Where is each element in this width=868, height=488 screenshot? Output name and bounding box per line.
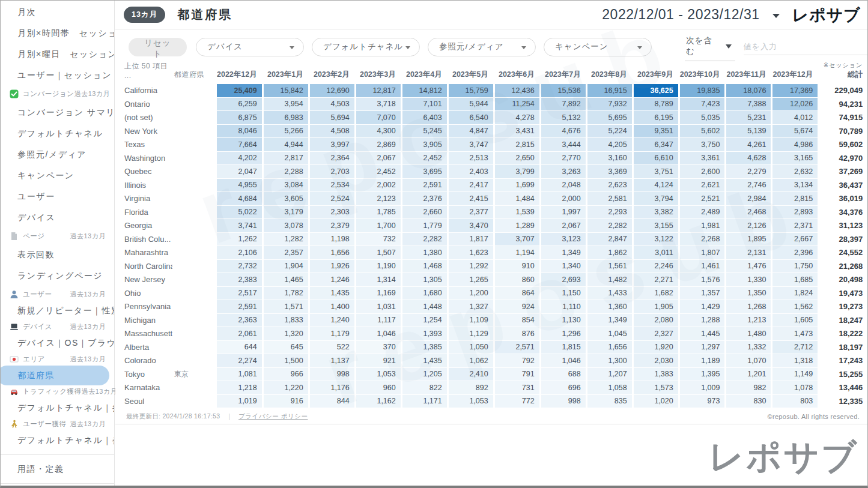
date-range-picker[interactable]: 2022/12/01 - 2023/12/31 [602,7,792,23]
value-cell[interactable]: 1,268 [726,300,771,313]
value-cell[interactable]: 1,020 [634,395,678,408]
value-cell[interactable]: 3,747 [449,138,493,151]
value-cell[interactable]: 1,395 [680,368,725,381]
value-cell[interactable]: 2,106 [217,246,262,259]
value-cell[interactable]: 19,835 [680,84,725,97]
value-cell[interactable]: 7,101 [402,98,447,111]
value-cell[interactable]: 4,684 [217,192,262,205]
value-cell[interactable]: 1,176 [310,381,354,394]
value-cell[interactable]: 1,046 [541,354,586,367]
value-cell[interactable]: 835 [587,395,632,408]
value-cell[interactable]: 1,019 [217,395,262,408]
value-cell[interactable]: 1,081 [217,368,262,381]
value-cell[interactable]: 732 [356,233,401,246]
value-cell[interactable]: 7,664 [217,138,262,151]
value-cell[interactable]: 2,293 [587,206,632,219]
value-cell[interactable]: 2,131 [726,246,771,259]
value-cell[interactable]: 803 [772,395,818,408]
value-cell[interactable]: 1,201 [726,368,771,381]
value-cell[interactable]: 1,782 [264,287,308,300]
sidebar-item[interactable]: キャンペーン [1,165,114,186]
value-cell[interactable]: 1,254 [402,314,447,327]
value-cell[interactable]: 644 [217,341,262,354]
value-cell[interactable]: 11,254 [495,98,539,111]
value-cell[interactable]: 2,371 [772,219,818,232]
value-cell[interactable]: 3,997 [310,138,354,151]
value-cell[interactable]: 1,130 [541,314,586,327]
value-cell[interactable]: 2,517 [217,287,262,300]
value-cell[interactable]: 1,062 [449,354,493,367]
value-cell[interactable]: 1,318 [772,354,818,367]
value-cell[interactable]: 4,124 [634,179,678,192]
value-cell[interactable]: 36,625 [634,84,678,97]
value-cell[interactable]: 1,539 [495,206,539,219]
value-cell[interactable]: 1,282 [264,233,308,246]
value-cell[interactable]: 1,429 [680,300,725,313]
value-cell[interactable]: 3,695 [402,165,447,178]
value-cell[interactable]: 1,031 [356,300,401,313]
value-cell[interactable]: 1,815 [541,341,586,354]
value-cell[interactable]: 8,789 [634,98,678,111]
value-cell[interactable]: 3,954 [264,98,308,111]
value-cell[interactable]: 2,383 [217,273,262,286]
value-cell[interactable]: 7,388 [726,98,771,111]
value-cell[interactable]: 7,932 [587,98,632,111]
value-cell[interactable]: 1,110 [541,300,586,313]
value-cell[interactable]: 1,070 [726,354,771,367]
value-cell[interactable]: 1,246 [310,273,354,286]
value-cell[interactable]: 1,465 [264,273,308,286]
value-cell[interactable]: 731 [495,381,539,394]
value-cell[interactable]: 2,667 [772,233,818,246]
value-cell[interactable]: 1,340 [541,260,586,273]
value-cell[interactable]: 2,660 [402,206,447,219]
value-cell[interactable]: 921 [356,354,401,367]
value-cell[interactable]: 1,435 [402,354,447,367]
value-cell[interactable]: 2,817 [264,152,308,165]
value-cell[interactable]: 4,503 [310,98,354,111]
value-cell[interactable]: 2,770 [541,152,586,165]
value-cell[interactable]: 1,500 [264,354,308,367]
value-cell[interactable]: 7,070 [356,111,401,124]
value-cell[interactable]: 1,484 [495,192,539,205]
value-cell[interactable]: 910 [495,260,539,273]
value-cell[interactable]: 772 [495,395,539,408]
value-cell[interactable]: 1,320 [264,327,308,340]
value-cell[interactable]: 982 [726,381,771,394]
value-cell[interactable]: 1,117 [356,314,401,327]
value-cell[interactable]: 1,058 [587,381,632,394]
value-cell[interactable]: 3,750 [680,138,725,151]
value-cell[interactable]: 822 [402,381,447,394]
value-cell[interactable]: 1,785 [356,206,401,219]
sidebar-item[interactable]: 月次 [1,2,114,23]
sidebar-item[interactable]: 表示回数 [1,244,114,265]
value-cell[interactable]: 1,262 [217,233,262,246]
sidebar-item[interactable]: デフォルトチャネル｜参照... [1,400,114,416]
value-cell[interactable]: 3,369 [587,165,632,178]
value-cell[interactable]: 1,680 [402,287,447,300]
value-cell[interactable]: 1,009 [680,381,725,394]
value-cell[interactable]: 2,591 [217,300,262,313]
value-cell[interactable]: 1,573 [634,381,678,394]
value-cell[interactable]: 3,263 [541,165,586,178]
value-cell[interactable]: 3,799 [495,165,539,178]
value-cell[interactable]: 1,482 [587,273,632,286]
sidebar-item-selected[interactable]: 都道府県 [0,366,109,385]
value-cell[interactable]: 12,436 [495,84,539,97]
value-cell[interactable]: 2,123 [356,192,401,205]
sidebar-item[interactable]: デバイス｜OS｜ブラウザ [1,335,114,351]
default-channel-dropdown[interactable]: デフォルトチャネル [312,38,420,56]
value-cell[interactable]: 3,361 [680,152,725,165]
value-cell[interactable]: 17,369 [772,84,818,97]
value-cell[interactable]: 2,452 [356,165,401,178]
value-cell[interactable]: 791 [495,368,539,381]
value-cell[interactable]: 1,137 [310,354,354,367]
value-cell[interactable]: 864 [495,287,539,300]
value-cell[interactable]: 1,435 [310,287,354,300]
value-cell[interactable]: 15,759 [449,84,493,97]
value-cell[interactable]: 9,351 [634,125,678,138]
value-cell[interactable]: 1,461 [680,260,725,273]
value-cell[interactable]: 1,476 [726,260,771,273]
value-cell[interactable]: 2,288 [264,165,308,178]
value-cell[interactable]: 14,812 [402,84,447,97]
value-cell[interactable]: 1,053 [356,368,401,381]
